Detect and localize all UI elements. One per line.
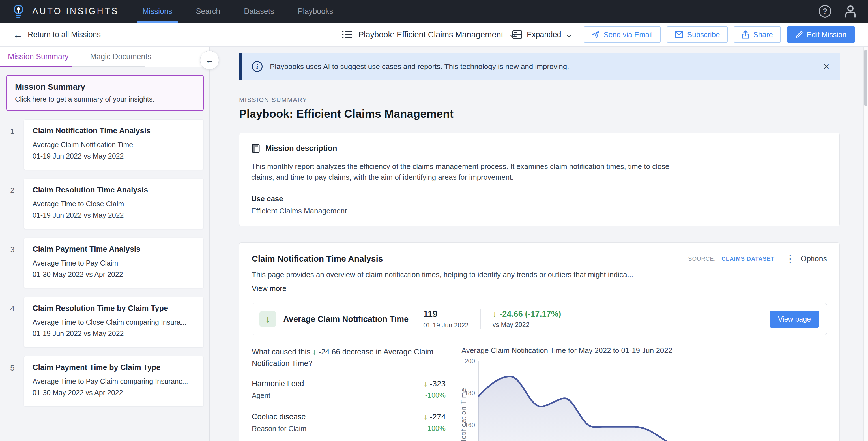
report-card[interactable]: Claim Notification Time Analysis Average…	[24, 119, 204, 170]
claim-notification-analysis-card: Claim Notification Time Analysis SOURCE:…	[239, 242, 840, 441]
pencil-icon	[796, 31, 803, 38]
source-dataset-link[interactable]: CLAIMS DATASET	[721, 256, 775, 262]
report-card[interactable]: Claim Resolution Time by Claim Type Aver…	[24, 297, 204, 347]
mission-sidebar: Mission Summary Magic Documents ← Missio…	[0, 47, 210, 441]
metric-label: Average Claim Notification Time	[283, 315, 408, 324]
metric-period: 01-19 Jun 2022	[423, 322, 468, 329]
driver-row-2[interactable]: Coeliac disease Reason for Claim ↓ -274 …	[252, 406, 445, 439]
report-card[interactable]: Claim Resolution Time Analysis Average T…	[24, 179, 204, 229]
svg-text:200: 200	[465, 357, 475, 364]
report-card[interactable]: Claim Payment Time Analysis Average Time…	[24, 238, 204, 288]
book-icon	[251, 144, 260, 153]
subscribe-button[interactable]: Subscribe	[667, 26, 728, 43]
nav-item-playbooks[interactable]: Playbooks	[295, 0, 336, 23]
mission-description-card: Mission description This monthly report …	[239, 133, 840, 227]
options-dots-icon[interactable]: ⋮	[785, 254, 795, 264]
view-more-link[interactable]: View more	[252, 284, 286, 293]
tab-magic-documents[interactable]: Magic Documents	[90, 52, 151, 61]
return-to-missions-link[interactable]: ← Return to all Missions	[13, 30, 101, 39]
main-content: i Playbooks uses AI to suggest use cases…	[210, 47, 868, 441]
scrollbar-track	[864, 47, 868, 441]
source-label: SOURCE:	[688, 256, 716, 262]
sidebar-report-item-1: 1 Claim Notification Time Analysis Avera…	[6, 119, 204, 170]
sidebar-tabbar: Mission Summary Magic Documents	[0, 47, 209, 67]
info-icon: i	[252, 61, 262, 72]
report-card[interactable]: Claim Payment Time by Claim Type Average…	[24, 356, 204, 407]
envelope-icon	[675, 31, 683, 38]
chart-panel: Average Claim Notification Time for May …	[461, 346, 840, 441]
back-arrow-icon: ←	[13, 30, 23, 39]
nav-item-datasets[interactable]: Datasets	[241, 0, 277, 23]
divider	[480, 308, 481, 329]
arrow-down-icon: ↓	[424, 412, 428, 421]
page-title: Playbook: Efficient Claims Management	[239, 108, 840, 120]
sidebar-report-item-5: 5 Claim Payment Time by Claim Type Avera…	[6, 356, 204, 407]
metric-change: ↓ -24.66 (-17.17%)	[493, 310, 561, 319]
description-body: This monthly report analyzes the efficie…	[251, 161, 684, 183]
share-icon	[742, 30, 749, 39]
claim-notification-time-area-chart: 200 180 160 140 Claim Notification Time	[461, 357, 840, 441]
sidebar-report-item-4: 4 Claim Resolution Time by Claim Type Av…	[6, 297, 204, 347]
chevron-down-icon: ⌄	[508, 31, 517, 38]
collapse-arrow-icon: ←	[205, 55, 214, 65]
sidebar-report-item-3: 3 Claim Payment Time Analysis Average Ti…	[6, 238, 204, 288]
nav-item-search[interactable]: Search	[193, 0, 223, 23]
user-icon[interactable]	[844, 4, 857, 18]
options-button[interactable]: Options	[801, 255, 827, 263]
decrease-arrow-icon: ↓	[259, 311, 276, 327]
list-icon	[342, 30, 352, 39]
active-tab-indicator	[0, 66, 71, 67]
close-icon[interactable]: ×	[823, 61, 830, 72]
edit-mission-button[interactable]: Edit Mission	[787, 26, 855, 43]
playbook-selector[interactable]: Playbook: Efficient Claims Management ⌄	[342, 30, 516, 39]
send-icon	[592, 31, 599, 38]
analysis-title: Claim Notification Time Analysis	[252, 254, 383, 264]
view-mode-select[interactable]: Expanded ⌄	[512, 30, 572, 39]
top-navbar: AUTO INSIGHTS Missions Search Datasets P…	[0, 0, 868, 23]
arrow-down-icon: ↓	[493, 310, 497, 319]
driver-row-3[interactable]: Jane Stevens Case Manager ↓ -175.11 -100…	[252, 439, 445, 441]
nav-item-missions[interactable]: Missions	[140, 0, 175, 23]
driver-question: What caused this ↓ -24.66 decrease in Av…	[252, 346, 437, 369]
ai-info-banner: i Playbooks uses AI to suggest use cases…	[239, 53, 840, 80]
chart-title: Average Claim Notification Time for May …	[461, 346, 840, 355]
metric-comparison-period: vs May 2022	[493, 321, 561, 329]
sidebar-collapse-button[interactable]: ←	[200, 51, 219, 70]
sidebar-report-item-2: 2 Claim Resolution Time Analysis Average…	[6, 179, 204, 229]
use-case-value: Efficient Claims Management	[251, 207, 828, 215]
scrollbar-thumb[interactable]	[864, 50, 867, 106]
send-via-email-button[interactable]: Send via Email	[584, 26, 660, 43]
metric-value: 119	[423, 309, 468, 319]
drivers-panel: What caused this ↓ -24.66 decrease in Av…	[252, 346, 445, 441]
brand-title: AUTO INSIGHTS	[32, 6, 119, 17]
analysis-description: This page provides an overview of claim …	[252, 270, 827, 279]
chevron-down-icon: ⌄	[564, 31, 573, 38]
help-icon[interactable]: ?	[819, 5, 831, 18]
description-heading: Mission description	[266, 144, 337, 153]
tab-mission-summary[interactable]: Mission Summary	[8, 52, 69, 61]
mission-toolbar: ← Return to all Missions Playbook: Effic…	[0, 23, 868, 47]
share-button[interactable]: Share	[734, 26, 781, 43]
arrow-down-icon: ↓	[424, 379, 428, 388]
eyebrow-label: MISSION SUMMARY	[239, 96, 840, 104]
auto-insights-logo-icon	[11, 4, 26, 19]
driver-row-1[interactable]: Harmonie Leed Agent ↓ -323 -100%	[252, 373, 445, 406]
chart-y-axis-label: Claim Notification Time	[461, 388, 467, 441]
use-case-label: Use case	[251, 195, 828, 203]
view-page-button[interactable]: View page	[770, 311, 819, 328]
idle-tab-indicator	[71, 66, 145, 67]
mission-summary-card[interactable]: Mission Summary Click here to get a summ…	[6, 75, 204, 111]
metric-summary-box: ↓ Average Claim Notification Time 119 01…	[252, 303, 827, 335]
arrow-down-icon: ↓	[313, 348, 317, 356]
